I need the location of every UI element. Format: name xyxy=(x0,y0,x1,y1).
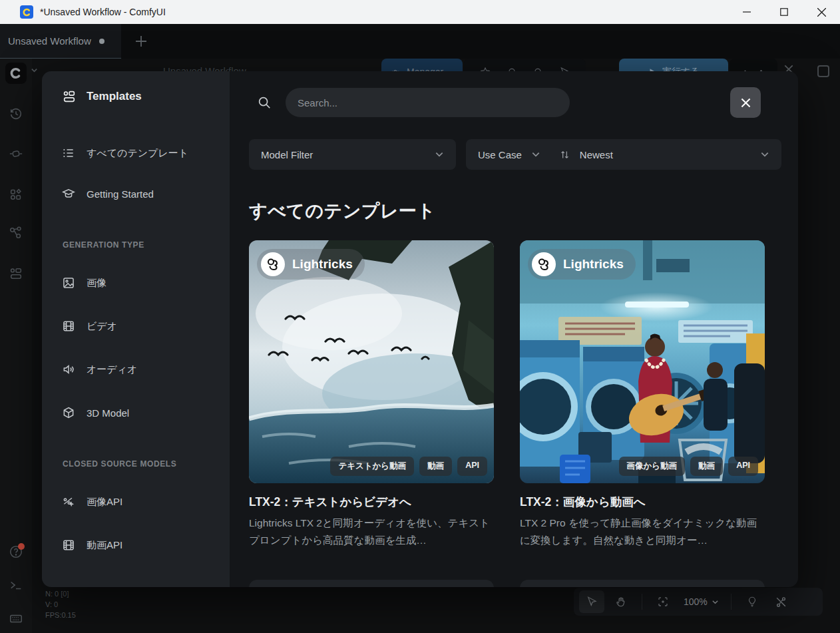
sidebar-item-label: Getting Started xyxy=(87,188,154,200)
cube-icon xyxy=(62,406,75,419)
zoom-level-dropdown[interactable]: 100% xyxy=(680,596,723,607)
film-icon xyxy=(62,319,75,333)
close-window-button[interactable] xyxy=(803,0,840,24)
templates-title: Templates xyxy=(87,90,142,103)
card-title: LTX-2：テキストからビデオへ xyxy=(249,494,494,510)
window-title: *Unsaved Workflow - ComfyUI xyxy=(40,7,166,17)
sidebar-item-label: 画像 xyxy=(87,277,106,290)
templates-header: Templates xyxy=(62,89,230,104)
comfyui-app-icon xyxy=(20,5,33,19)
model-library-icon[interactable] xyxy=(9,187,23,202)
sidebar-item-image[interactable]: 画像 xyxy=(62,275,230,291)
history-icon[interactable] xyxy=(9,106,23,121)
sidebar-item-label: オーディオ xyxy=(87,363,137,376)
chevron-down-icon xyxy=(435,150,444,159)
chevron-down-icon xyxy=(712,598,719,606)
templates-sidebar: Templates すべてのテンプレート Getting Started GEN… xyxy=(42,71,230,587)
panel-toggle-icon[interactable] xyxy=(817,65,829,77)
card-description: LTX 2 Pro を使って静止画像をダイナミックな動画に変換します。自然な動き… xyxy=(520,515,765,548)
page-title: すべてのテンプレート xyxy=(249,199,781,223)
badge: 動画 xyxy=(419,457,452,476)
toolbar-divider xyxy=(642,594,642,610)
fit-view-button[interactable] xyxy=(650,590,676,613)
select-tool-button[interactable] xyxy=(579,590,604,613)
card-description: Lightricks LTX 2と同期オーディオを使い、テキストプロンプトから高… xyxy=(249,515,494,548)
template-card-partial[interactable] xyxy=(520,580,765,587)
sidebar-item-getting-started[interactable]: Getting Started xyxy=(62,186,230,202)
maximize-button[interactable] xyxy=(765,0,803,24)
node-connection-icon[interactable] xyxy=(9,146,23,161)
lightricks-logo-icon xyxy=(261,252,285,276)
wand-sparkle-icon xyxy=(62,495,75,509)
toggle-minimap-button[interactable] xyxy=(739,590,765,613)
brand-pill: Lightricks xyxy=(257,249,365,280)
sidebar-item-label: ビデオ xyxy=(87,320,117,333)
sidebar-item-label: すべてのテンプレート xyxy=(87,147,188,160)
unsaved-dot-indicator xyxy=(99,39,105,44)
search-input[interactable] xyxy=(286,88,570,117)
section-header-closed-source: CLOSED SOURCE MODELS xyxy=(63,459,230,469)
sidebar-item-video[interactable]: ビデオ xyxy=(62,318,230,334)
sort-arrows-icon xyxy=(559,149,570,160)
workflows-icon[interactable] xyxy=(9,226,23,240)
help-icon[interactable] xyxy=(9,544,23,559)
status-fps: FPS:0.15 xyxy=(45,610,76,620)
chevron-down-icon[interactable] xyxy=(760,150,769,159)
search-icon xyxy=(257,95,272,110)
sidebar-item-label: 画像API xyxy=(87,496,122,509)
badge: 動画 xyxy=(690,457,723,476)
badge: テキストから動画 xyxy=(330,457,414,476)
speaker-icon xyxy=(62,363,75,376)
left-rail xyxy=(0,59,32,633)
workflow-tabbar: Unsaved Workflow xyxy=(0,24,840,59)
badge: API xyxy=(457,457,487,476)
new-tab-button[interactable] xyxy=(121,24,161,59)
sidebar-item-label: 3D Model xyxy=(87,407,129,419)
card-badges: 画像から動画 動画 API xyxy=(619,457,758,476)
workflow-tab-label: Unsaved Workflow xyxy=(8,35,91,47)
chevron-down-icon[interactable] xyxy=(531,150,540,159)
film-icon xyxy=(62,538,75,552)
template-grid: Lightricks テキストから動画 動画 API LTX-2：テキストからビ… xyxy=(249,240,781,587)
card-badges: テキストから動画 動画 API xyxy=(330,457,487,476)
pan-tool-button[interactable] xyxy=(608,590,634,613)
workflow-tab[interactable]: Unsaved Workflow xyxy=(0,24,121,59)
sort-value[interactable]: Newest xyxy=(580,149,613,160)
template-card-ltx2-text-to-video[interactable]: Lightricks テキストから動画 動画 API LTX-2：テキストからビ… xyxy=(249,240,494,548)
model-filter-dropdown[interactable]: Model Filter xyxy=(249,139,456,170)
brand-name: Lightricks xyxy=(292,257,353,272)
use-case-label[interactable]: Use Case xyxy=(478,149,522,160)
menu-chevron-icon[interactable] xyxy=(31,67,38,74)
zoom-level-value: 100% xyxy=(684,596,708,607)
comfyui-menu-button[interactable] xyxy=(5,63,27,84)
toggle-links-button[interactable] xyxy=(769,590,794,613)
status-values: V: 0 xyxy=(45,599,76,610)
templates-content: Model Filter Use Case Newest すべてのテンプレート xyxy=(230,71,798,587)
card-thumbnail: Lightricks テキストから動画 動画 API xyxy=(249,240,494,483)
card-thumbnail: Lightricks 画像から動画 動画 API xyxy=(520,240,765,483)
templates-icon xyxy=(62,89,77,104)
badge: 画像から動画 xyxy=(619,457,686,476)
toolbar-divider xyxy=(731,594,732,610)
close-icon xyxy=(740,97,751,108)
terminal-icon[interactable] xyxy=(9,578,23,593)
keyboard-shortcuts-icon[interactable] xyxy=(9,611,23,626)
os-titlebar: *Unsaved Workflow - ComfyUI xyxy=(0,0,840,24)
sidebar-item-video-api[interactable]: 動画API xyxy=(62,537,230,553)
sidebar-item-3d-model[interactable]: 3D Model xyxy=(62,405,230,421)
template-card-ltx2-image-to-video[interactable]: Lightricks 画像から動画 動画 API LTX-2：画像から動画へ L… xyxy=(520,240,765,548)
template-card-partial[interactable] xyxy=(249,580,494,587)
brand-name: Lightricks xyxy=(563,257,624,272)
sidebar-item-label: 動画API xyxy=(87,539,122,552)
canvas-toolbar: 100% xyxy=(574,588,823,616)
sidebar-item-all-templates[interactable]: すべてのテンプレート xyxy=(62,145,230,161)
graduation-cap-icon xyxy=(62,187,75,200)
badge: API xyxy=(728,457,758,476)
status-nodes: N: 0 [0] xyxy=(45,588,76,599)
sidebar-item-audio[interactable]: オーディオ xyxy=(62,361,230,377)
templates-rail-icon[interactable] xyxy=(9,266,23,281)
sidebar-item-image-api[interactable]: 画像API xyxy=(62,494,230,510)
minimize-button[interactable] xyxy=(728,0,765,24)
close-modal-button[interactable] xyxy=(730,87,761,118)
section-header-generation-type: GENERATION TYPE xyxy=(63,240,230,250)
